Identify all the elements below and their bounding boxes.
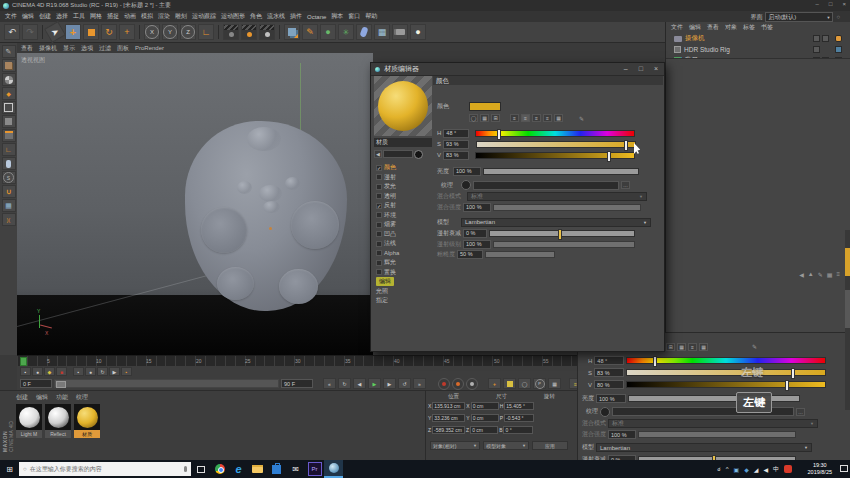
record-keyframe-icon[interactable]: ▪ — [20, 367, 31, 376]
size-z-field[interactable]: 0 cm — [470, 426, 498, 434]
image-mode-icon[interactable]: ⊞ — [491, 114, 500, 122]
viewport-menu-item[interactable]: 选项 — [81, 44, 93, 53]
material-menu-item[interactable]: 创建 — [16, 393, 28, 402]
channel-row[interactable]: ✓颜色 — [374, 163, 432, 173]
preview-sphere-toggle-icon[interactable] — [414, 150, 423, 159]
side-tab[interactable] — [845, 290, 850, 328]
material-menu-item[interactable]: 纹理 — [76, 393, 88, 402]
history-back-icon[interactable]: ◀ — [799, 271, 804, 278]
ime-indicator[interactable]: 中 — [773, 465, 779, 474]
mixer-mode-icon[interactable]: ≡ — [543, 114, 552, 122]
menu-item[interactable]: 流水线 — [267, 12, 285, 21]
mirror-icon[interactable]: )( — [2, 213, 16, 226]
material-item-selected[interactable]: 材质 — [74, 404, 100, 438]
rotation-b-field[interactable]: 0 ° — [503, 426, 533, 434]
parent-up-icon[interactable]: ▲ — [808, 271, 814, 278]
model-dropdown[interactable]: Lambertian▼ — [596, 443, 812, 452]
brightness-slider[interactable] — [483, 168, 639, 175]
frame-range-slider[interactable] — [54, 379, 279, 388]
key-scale-icon[interactable]: ● — [85, 367, 96, 376]
edge-icon[interactable]: e — [229, 460, 248, 478]
material-name-bar[interactable]: 材质 — [374, 138, 432, 147]
autokey-record-icon[interactable]: ■ — [56, 367, 67, 376]
material-item[interactable]: Light M — [16, 404, 42, 438]
viewport-menu-item[interactable]: 面板 — [117, 44, 129, 53]
position-x-field[interactable]: 135.913 cm — [432, 402, 465, 410]
model-dropdown[interactable]: Lambertian▼ — [461, 218, 651, 227]
play-button[interactable]: ▶ — [368, 378, 381, 389]
mic-icon[interactable] — [184, 466, 187, 472]
end-frame-field[interactable]: 90 F — [281, 379, 313, 388]
loop-mode-button[interactable]: ↺ — [398, 378, 411, 389]
magnet-icon[interactable]: ∪ — [2, 185, 16, 198]
dialog-maximize-button[interactable]: □ — [639, 65, 643, 72]
saturation-field[interactable]: 93 % — [443, 140, 469, 149]
menu-item[interactable]: 帮助 — [365, 12, 377, 21]
search-icon[interactable]: ○ — [836, 14, 840, 20]
menu-item[interactable]: 窗口 — [348, 12, 360, 21]
render-picture-viewer-button[interactable] — [452, 378, 464, 390]
position-z-field[interactable]: -589.352 cm — [432, 426, 465, 434]
edit-mode-icon[interactable]: ✎ — [818, 271, 823, 278]
y-axis-lock-icon[interactable]: Y — [162, 24, 178, 40]
brightness-field[interactable]: 100 % — [453, 167, 481, 176]
menu-item[interactable]: 渲染 — [158, 12, 170, 21]
previous-frame-button[interactable]: ◀ — [353, 378, 366, 389]
viewport-menu-item[interactable]: 显示 — [63, 44, 75, 53]
onedrive-icon[interactable]: ▣ — [733, 466, 739, 473]
polygons-mode-icon[interactable] — [2, 115, 16, 128]
texture-field[interactable] — [473, 181, 619, 190]
minimize-button[interactable]: – — [816, 1, 819, 7]
menu-item[interactable]: 捕捉 — [107, 12, 119, 21]
kelvin-mode-icon[interactable]: ≡ — [532, 114, 541, 122]
edges-mode-icon[interactable] — [2, 101, 16, 114]
channel-row[interactable]: ✓反射 — [374, 201, 432, 211]
circle-toggle-icon[interactable]: ◯ — [518, 378, 531, 389]
viewport-solo-icon[interactable] — [2, 157, 16, 170]
saturation-slider[interactable] — [476, 141, 636, 148]
snap-icon[interactable]: S — [2, 171, 16, 184]
spectrum-mode-icon[interactable]: ▦ — [480, 114, 489, 122]
material-menu-item[interactable]: 功能 — [56, 393, 68, 402]
render-settings-icon[interactable] — [259, 24, 275, 40]
hue-field[interactable]: 48 ° — [443, 129, 469, 138]
undo-icon[interactable]: ↶ — [4, 24, 20, 40]
channel-row[interactable]: 烟雾 — [374, 220, 432, 230]
model-mode-icon[interactable] — [2, 59, 16, 72]
hsv-mode-icon[interactable]: ▦ — [677, 343, 686, 351]
mograph-icon[interactable]: ✳ — [338, 24, 354, 40]
volume-icon[interactable]: ◀ — [763, 466, 768, 473]
rotation-h-field[interactable]: 15.405 ° — [504, 402, 534, 410]
floor-icon[interactable]: ▦ — [374, 24, 390, 40]
keyframe-selection-icon[interactable]: ◆ — [44, 367, 55, 376]
key-parameter-icon[interactable]: ▶ — [109, 367, 120, 376]
channel-row[interactable]: Alpha — [374, 249, 432, 259]
channel-row-illumination[interactable]: 光照 — [374, 287, 432, 297]
picker-pencil-icon[interactable]: ✎ — [752, 343, 757, 350]
saturation-slider[interactable] — [626, 369, 826, 376]
task-view-icon[interactable] — [191, 460, 210, 478]
preview-size-field[interactable] — [383, 150, 413, 158]
key-rotation-icon[interactable]: ↻ — [97, 367, 108, 376]
menu-item[interactable]: 雕刻 — [175, 12, 187, 21]
character-model[interactable] — [185, 121, 347, 311]
range-handle[interactable] — [56, 381, 66, 388]
channel-row[interactable]: 漫射 — [374, 173, 432, 183]
om-menu-item[interactable]: 书签 — [761, 23, 773, 32]
autokey-icon[interactable]: ● — [32, 367, 43, 376]
brightness-slider[interactable] — [628, 395, 800, 402]
texture-preview-icon[interactable] — [600, 407, 610, 417]
coordinate-system-icon[interactable]: ∟ — [198, 24, 214, 40]
interface-dropdown[interactable]: 启动(默认)▼ — [765, 12, 833, 22]
object-row-hdr-rig[interactable]: HDR Studio Rig — [666, 44, 850, 55]
menu-item[interactable]: 网格 — [90, 12, 102, 21]
menu-item[interactable]: 选择 — [56, 12, 68, 21]
channel-row[interactable]: 法线 — [374, 239, 432, 249]
menu-item[interactable]: 文件 — [5, 12, 17, 21]
user-tray-icon[interactable]: ☌ — [717, 466, 720, 472]
color-swatch[interactable] — [469, 102, 501, 111]
viewport-menu-item[interactable]: ProRender — [135, 45, 164, 51]
make-editable-icon[interactable]: ✎ — [2, 45, 16, 58]
workplane-mode-icon[interactable] — [2, 129, 16, 142]
hue-slider[interactable] — [475, 130, 635, 137]
